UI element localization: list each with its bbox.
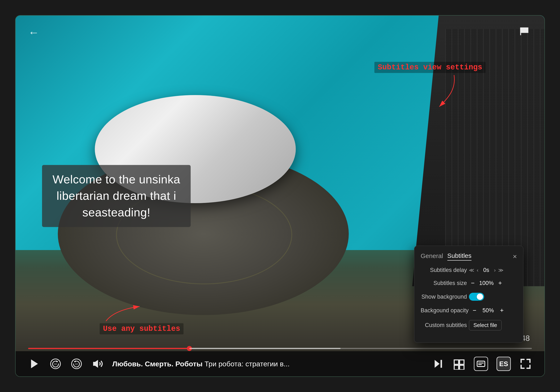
progress-fill	[28, 348, 190, 349]
play-icon	[29, 358, 40, 370]
rewind-10-button[interactable]: 10	[49, 358, 62, 370]
forward-10-button[interactable]: 10	[70, 358, 83, 370]
flag-icon	[519, 26, 530, 37]
svg-rect-10	[440, 360, 442, 368]
subtitles-icon	[476, 359, 486, 368]
svg-rect-11	[454, 360, 459, 364]
background-opacity-label: Backgound opacity	[421, 307, 469, 314]
svg-marker-8	[93, 360, 98, 368]
subtitles-delay-row: Subtitles delay ≪ ‹ 0s › ≫	[421, 267, 517, 273]
delay-back-button[interactable]: ‹	[477, 267, 479, 273]
select-file-button[interactable]: Select file	[469, 320, 501, 330]
svg-rect-12	[460, 360, 464, 364]
subtitles-button[interactable]	[474, 357, 488, 371]
next-button[interactable]	[432, 358, 444, 370]
svg-text:10: 10	[75, 362, 78, 365]
subtitles-size-row: Subtitles size − 100% +	[421, 279, 517, 287]
svg-marker-1	[31, 359, 38, 368]
custom-subtitles-row: Custom subtitles Select file	[421, 320, 517, 330]
subtitle-text: Welcome to the unsinka libertarian dream…	[52, 171, 180, 221]
playlist-button[interactable]	[453, 358, 465, 370]
back-button[interactable]: ←	[28, 26, 39, 39]
report-button[interactable]	[519, 26, 530, 39]
play-button[interactable]	[28, 358, 41, 370]
background-opacity-controls: − 50% +	[471, 307, 517, 314]
delay-fast-forward-button[interactable]: ≫	[498, 267, 503, 273]
playlist-icon	[453, 358, 465, 370]
svg-rect-14	[460, 365, 464, 370]
show-background-toggle[interactable]	[469, 293, 484, 301]
opacity-minus-button[interactable]: −	[471, 307, 478, 314]
subtitles-delay-controls: ≪ ‹ 0s › ≫	[469, 267, 517, 273]
svg-rect-15	[477, 361, 485, 367]
video-player: ← Welcome to the unsinka libertarian dre…	[15, 15, 545, 377]
custom-subtitles-controls: Select file	[469, 320, 517, 330]
delay-forward-button[interactable]: ›	[494, 267, 496, 273]
panel-tabs: General Subtitles ×	[421, 252, 517, 261]
show-background-controls	[469, 293, 517, 301]
opacity-plus-button[interactable]: +	[498, 307, 506, 314]
svg-marker-9	[435, 360, 440, 368]
fullscreen-icon	[520, 358, 531, 370]
track-info: Любовь. Смерть. Роботы Три робота: страт…	[112, 360, 423, 368]
size-minus-button[interactable]: −	[469, 279, 477, 287]
opacity-value: 50%	[481, 307, 495, 314]
background-opacity-row: Backgound opacity − 50% +	[421, 307, 517, 314]
rewind-10-icon: 10	[50, 358, 61, 370]
subtitles-delay-label: Subtitles delay	[421, 267, 467, 273]
language-button[interactable]: ES	[497, 357, 511, 371]
subtitles-size-controls: − 100% +	[469, 279, 517, 287]
progress-buffered	[190, 348, 340, 349]
controls-bar: 10 10 Любовь. Смерть. Роботы Три ро	[16, 351, 544, 376]
fullscreen-button[interactable]	[519, 358, 532, 370]
tab-general[interactable]: General	[421, 252, 443, 260]
next-icon	[432, 358, 444, 370]
show-background-label: Show background	[421, 294, 467, 300]
svg-rect-13	[454, 365, 459, 370]
volume-button[interactable]	[91, 358, 104, 370]
close-panel-button[interactable]: ×	[513, 253, 517, 260]
subtitles-size-label: Subtitles size	[421, 280, 467, 286]
forward-10-icon: 10	[71, 358, 82, 370]
size-value: 100%	[479, 280, 494, 286]
progress-bar[interactable]	[28, 348, 532, 349]
settings-panel: General Subtitles × Subtitles delay ≪ ‹ …	[414, 246, 523, 343]
custom-subtitles-label: Custom subtitles	[421, 322, 467, 329]
delay-value: 0s	[481, 267, 491, 273]
svg-text:10: 10	[54, 362, 57, 365]
show-background-row: Show background	[421, 293, 517, 301]
volume-icon	[92, 358, 103, 370]
subtitle-display: Welcome to the unsinka libertarian dream…	[42, 165, 191, 227]
tab-subtitles[interactable]: Subtitles	[447, 252, 471, 261]
delay-fast-back-button[interactable]: ≪	[469, 267, 474, 273]
size-plus-button[interactable]: +	[496, 279, 504, 287]
